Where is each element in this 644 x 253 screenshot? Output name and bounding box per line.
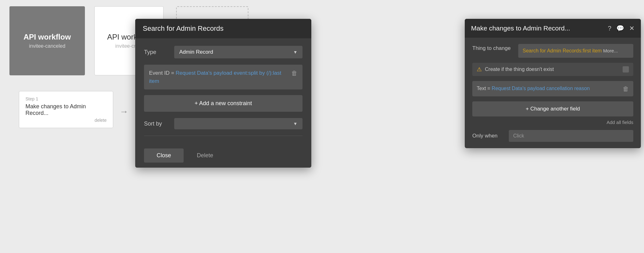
thing-to-change-row: Thing to change Search for Admin Records… [472,44,633,58]
changes-modal-header: Make changes to Admin Record... ? 💬 ✕ [465,19,641,38]
sort-by-select[interactable]: ▼ [174,118,303,129]
close-button[interactable]: Close [144,148,184,163]
step-delete[interactable]: delete [25,118,107,123]
workflow-box-1-title: API workflow [24,33,71,41]
type-chevron-icon: ▼ [293,50,297,55]
arrow-right: → [119,107,128,117]
field-value[interactable]: Request Data's payload cancellation reas… [492,86,590,91]
step-title: Make changes to Admin Record... [25,103,107,116]
workflow-box-1[interactable]: API workflow invitee-canceled [9,6,85,75]
search-modal-body: Type Admin Record ▼ Event ID = Request D… [135,38,311,143]
sort-by-chevron-icon: ▼ [293,121,297,126]
only-when-row: Only when Click [472,130,633,142]
workflow-box-1-subtitle: invitee-canceled [29,43,65,49]
step-box[interactable]: Step 1 Make changes to Admin Record... d… [19,91,113,128]
step-label: Step 1 [25,96,107,101]
warning-icon: ⚠ [477,66,482,73]
field-delete-icon[interactable]: 🗑 [623,85,629,93]
changes-modal-body: Thing to change Search for Admin Records… [465,38,641,148]
type-select-value: Admin Record [179,49,213,55]
type-row: Type Admin Record ▼ [144,46,303,58]
type-label: Type [144,49,169,56]
change-another-field-button[interactable]: + Change another field [472,101,633,116]
close-icon[interactable]: ✕ [629,24,635,32]
only-when-value[interactable]: Click [509,130,633,142]
more-link[interactable]: More... [603,48,618,53]
search-modal-header: Search for Admin Records [135,19,311,38]
delete-button[interactable]: Delete [187,148,223,163]
add-constraint-button[interactable]: + Add a new constraint [144,95,303,112]
thing-orange-link[interactable]: Search for Admin Records:first item [523,48,602,53]
warning-checkbox[interactable] [623,66,629,73]
sort-by-row: Sort by ▼ [144,118,303,136]
warning-row: ⚠ Create if the thing doesn't exist [472,63,633,76]
search-admin-records-modal: Search for Admin Records Type Admin Reco… [135,19,311,168]
search-modal-title: Search for Admin Records [143,24,224,32]
constraint-delete-icon[interactable]: 🗑 [291,70,297,77]
constraint-row: Event ID = Request Data's payload event:… [144,65,303,89]
thing-to-change-label: Thing to change [472,44,513,51]
changes-modal-title: Make changes to Admin Record... [471,24,570,32]
warning-text: Create if the thing doesn't exist [485,67,554,72]
type-select[interactable]: Admin Record ▼ [174,46,303,58]
only-when-label: Only when [472,133,504,139]
make-changes-modal: Make changes to Admin Record... ? 💬 ✕ Th… [465,19,641,148]
sort-by-label: Sort by [144,121,169,127]
add-all-fields-link[interactable]: Add all fields [472,120,633,125]
header-icons: ? 💬 ✕ [608,24,635,32]
search-modal-footer: Close Delete [135,143,311,168]
field-row: Text = Request Data's payload cancellati… [472,81,633,96]
help-icon[interactable]: ? [608,25,611,32]
canvas: API workflow invitee-canceled API workfl… [0,0,644,253]
field-label: Text = [477,86,492,91]
field-content: Text = Request Data's payload cancellati… [477,85,623,92]
constraint-field: Event ID = [149,70,176,76]
chat-icon[interactable]: 💬 [616,24,624,32]
constraint-content: Event ID = Request Data's payload event:… [149,69,287,85]
thing-to-change-value[interactable]: Search for Admin Records:first item More… [518,44,633,58]
